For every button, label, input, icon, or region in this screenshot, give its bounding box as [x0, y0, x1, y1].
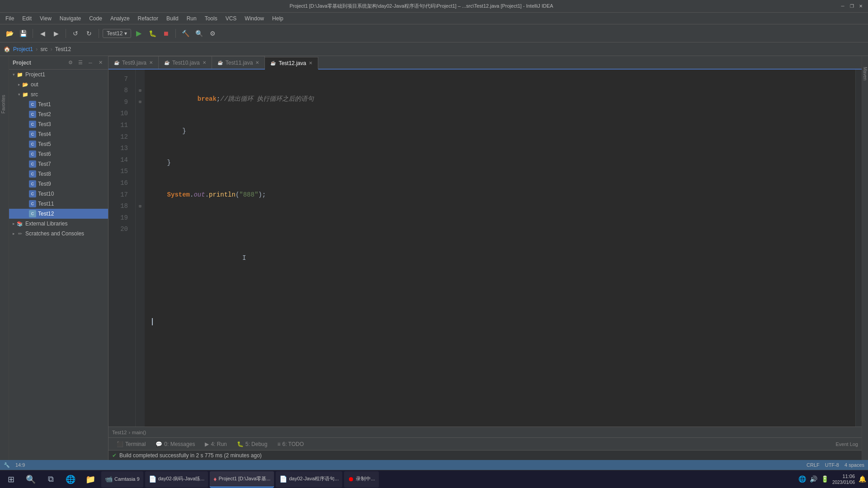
redo-button[interactable]: ↻: [83, 28, 95, 39]
search-taskbar-button[interactable]: 🔍: [22, 471, 40, 488]
window-controls: ─ ❐ ✕: [839, 3, 864, 10]
brace-8: }: [182, 126, 186, 136]
undo-button[interactable]: ↺: [70, 28, 81, 39]
gutter-7: [136, 73, 145, 85]
fold-icon-9[interactable]: ⊟: [139, 99, 141, 104]
fold-icon-8[interactable]: ⊟: [139, 88, 141, 93]
status-encoding[interactable]: UTF-8: [825, 462, 839, 468]
tab-close-test12[interactable]: ✕: [309, 61, 312, 66]
save-button[interactable]: 💾: [17, 28, 29, 39]
favorites-tab[interactable]: Favorites: [0, 92, 9, 116]
stop-button[interactable]: ⏹: [160, 28, 172, 39]
sidebar-layout-button[interactable]: ☰: [76, 59, 85, 67]
status-line-ending[interactable]: CRLF: [807, 462, 820, 468]
network-tray-icon[interactable]: 🌐: [798, 475, 806, 483]
menu-vcs[interactable]: VCS: [222, 14, 241, 23]
menu-code[interactable]: Code: [85, 14, 106, 23]
status-position[interactable]: 14:9: [15, 462, 25, 468]
menu-refactor[interactable]: Refactor: [134, 14, 162, 23]
taskbar-day02-code[interactable]: 📄 day02-病码-Java练...: [145, 471, 208, 488]
menu-run[interactable]: Run: [183, 14, 200, 23]
code-line-7: break;//跳出循环 执行循环之后的语句: [152, 94, 855, 105]
settings-button[interactable]: ⚙: [207, 28, 218, 39]
taskview-button[interactable]: ⧉: [42, 471, 60, 488]
tree-item-project1[interactable]: ▾ 📁 Project1: [9, 70, 108, 80]
gutter-11: [136, 119, 145, 131]
maven-label[interactable]: Maven: [862, 65, 868, 82]
terminal-tab[interactable]: ⬛ Terminal: [112, 438, 150, 450]
line-num-7: 7: [108, 73, 132, 85]
status-indent[interactable]: 4 spaces: [844, 462, 864, 468]
taskbar-day02-java[interactable]: 📄 day02-Java程序语句...: [276, 471, 342, 488]
taskbar-recording[interactable]: ⏺ 录制中...: [344, 471, 378, 488]
tree-item-test12[interactable]: C Test12: [9, 209, 108, 219]
debug-tab[interactable]: 🐛 5: Debug: [232, 438, 272, 450]
todo-tab[interactable]: ≡ 6: TODO: [273, 438, 308, 450]
run-config-selector[interactable]: Test12 ▾: [103, 29, 131, 38]
tree-item-test2[interactable]: C Test2: [9, 109, 108, 119]
menu-edit[interactable]: Edit: [19, 14, 35, 23]
minimize-button[interactable]: ─: [839, 3, 846, 10]
forward-button[interactable]: ▶: [50, 28, 62, 39]
tree-item-test9[interactable]: C Test9: [9, 179, 108, 189]
taskbar-project1[interactable]: ♦ Project1 [D:\Java零基...: [210, 471, 274, 488]
open-button[interactable]: 📂: [4, 28, 15, 39]
restore-button[interactable]: ❐: [848, 3, 855, 10]
class-icon-test2: C: [29, 111, 36, 118]
run-button[interactable]: ▶: [133, 28, 145, 39]
tab-test11[interactable]: ☕ Test11.java ✕: [212, 56, 265, 69]
back-button[interactable]: ◀: [37, 28, 48, 39]
menu-navigate[interactable]: Navigate: [56, 14, 85, 23]
tab-close-test9[interactable]: ✕: [149, 60, 153, 65]
start-button[interactable]: ⊞: [2, 471, 20, 488]
sidebar-settings-button[interactable]: ⚙: [66, 59, 75, 67]
tree-item-test8[interactable]: C Test8: [9, 169, 108, 179]
event-log-btn[interactable]: Event Log: [835, 441, 858, 447]
debug-button[interactable]: 🐛: [146, 28, 158, 39]
code-editor[interactable]: 7 8 9 10 11 12 13 14 15 16 17 18 19 20: [108, 70, 862, 427]
run-tab[interactable]: ▶ 4: Run: [200, 438, 231, 450]
tree-item-test7[interactable]: C Test7: [9, 159, 108, 169]
tree-item-test11[interactable]: C Test11: [9, 199, 108, 209]
volume-tray-icon[interactable]: 🔊: [810, 475, 817, 483]
tree-item-test6[interactable]: C Test6: [9, 149, 108, 159]
notification-icon[interactable]: 🔔: [859, 475, 866, 483]
tree-item-test4[interactable]: C Test4: [9, 129, 108, 139]
messages-tab[interactable]: 💬 0: Messages: [151, 438, 199, 450]
gutter-14: [136, 154, 145, 166]
taskbar-camtasia[interactable]: 📹 Camtasia 9: [101, 471, 143, 488]
menu-help[interactable]: Help: [269, 14, 287, 23]
tree-item-test3[interactable]: C Test3: [9, 119, 108, 129]
menu-view[interactable]: View: [36, 14, 55, 23]
close-button[interactable]: ✕: [857, 3, 864, 10]
nav-project[interactable]: Project1: [13, 46, 33, 52]
battery-tray-icon[interactable]: 🔋: [821, 475, 829, 483]
tab-test9[interactable]: ☕ Test9.java ✕: [108, 56, 159, 69]
tab-close-test10[interactable]: ✕: [203, 60, 206, 65]
tab-test10[interactable]: ☕ Test10.java ✕: [159, 56, 212, 69]
status-right-items: CRLF UTF-8 4 spaces: [807, 462, 864, 468]
menu-file[interactable]: File: [2, 14, 18, 23]
tree-item-out[interactable]: ▸ 📂 out: [9, 80, 108, 89]
tree-item-external-libs[interactable]: ▸ 📚 External Libraries: [9, 219, 108, 229]
menu-tools[interactable]: Tools: [201, 14, 221, 23]
menu-build[interactable]: Build: [163, 14, 182, 23]
tab-test12[interactable]: ☕ Test12.java ✕: [265, 57, 318, 70]
edge-button[interactable]: 🌐: [61, 471, 80, 488]
tree-item-test5[interactable]: C Test5: [9, 139, 108, 149]
code-content[interactable]: break;//跳出循环 执行循环之后的语句 } } System.out.pr…: [145, 70, 855, 427]
sidebar-gear-button[interactable]: ✕: [96, 59, 104, 67]
menu-window[interactable]: Window: [241, 14, 268, 23]
tree-item-scratches[interactable]: ▸ ✏ Scratches and Consoles: [9, 229, 108, 239]
menu-analyze[interactable]: Analyze: [107, 14, 133, 23]
search-button[interactable]: 🔍: [193, 28, 205, 39]
explorer-button[interactable]: 📁: [81, 471, 99, 488]
tree-item-src[interactable]: ▾ 📁 src: [9, 89, 108, 99]
build-button[interactable]: 🔨: [179, 28, 191, 39]
fold-icon-18[interactable]: ⊟: [139, 204, 141, 209]
tree-item-test10[interactable]: C Test10: [9, 189, 108, 199]
tree-item-test1[interactable]: C Test1: [9, 99, 108, 109]
tab-close-test11[interactable]: ✕: [255, 60, 259, 65]
sidebar-collapse-button[interactable]: ─: [86, 59, 94, 67]
status-bar: 🔧 14:9 CRLF UTF-8 4 spaces: [0, 460, 868, 470]
